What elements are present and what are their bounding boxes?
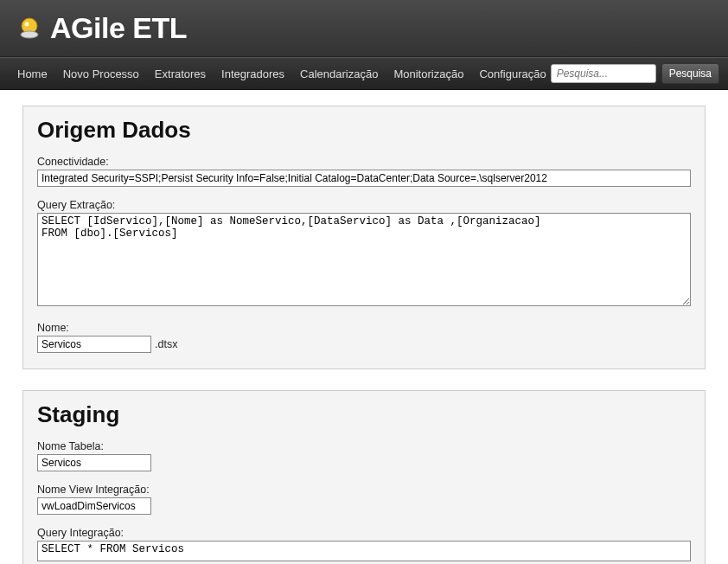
- field-nome-view: Nome View Integração:: [37, 484, 691, 515]
- label-nome-tabela: Nome Tabela:: [37, 440, 691, 452]
- label-nome-view: Nome View Integração:: [37, 484, 691, 496]
- nav-home[interactable]: Home: [17, 67, 48, 80]
- nav-extratores[interactable]: Extratores: [155, 67, 206, 80]
- field-query-extracao: Query Extração:: [37, 199, 691, 310]
- label-query-extracao: Query Extração:: [37, 199, 691, 211]
- field-nome: Nome: .dtsx: [37, 322, 691, 353]
- nav-calendarizacao[interactable]: Calendarização: [300, 67, 378, 80]
- panel-staging: Staging Nome Tabela: Nome View Integraçã…: [22, 390, 706, 564]
- nav-novo-processo[interactable]: Novo Processo: [63, 67, 139, 80]
- field-conectividade: Conectividade:: [37, 156, 691, 187]
- input-nome-view[interactable]: [37, 497, 151, 515]
- input-nome-tabela[interactable]: [37, 454, 151, 471]
- svg-point-1: [21, 31, 38, 38]
- label-nome: Nome:: [37, 322, 691, 334]
- navbar: Home Novo Processo Extratores Integrador…: [0, 57, 728, 90]
- nav-configuracao[interactable]: Configuração: [479, 67, 546, 80]
- textarea-query-extracao[interactable]: [37, 213, 691, 306]
- nav-items: Home Novo Processo Extratores Integrador…: [17, 67, 551, 80]
- input-conectividade[interactable]: [37, 170, 691, 187]
- search-input[interactable]: [551, 64, 656, 83]
- textarea-query-integracao[interactable]: [37, 541, 691, 561]
- nav-monitorizacao[interactable]: Monitorização: [393, 67, 463, 80]
- app-title: AGile ETL: [50, 11, 187, 45]
- label-conectividade: Conectividade:: [37, 156, 691, 168]
- content: Origem Dados Conectividade: Query Extraç…: [0, 90, 728, 564]
- field-query-integracao: Query Integração:: [37, 527, 691, 564]
- field-nome-tabela: Nome Tabela:: [37, 440, 691, 471]
- nav-integradores[interactable]: Integradores: [221, 67, 284, 80]
- svg-point-2: [25, 22, 29, 26]
- app-header: AGile ETL: [0, 0, 728, 57]
- panel-origem-dados: Origem Dados Conectividade: Query Extraç…: [22, 106, 706, 369]
- search-button[interactable]: Pesquisa: [661, 63, 719, 84]
- panel-title-staging: Staging: [37, 401, 691, 428]
- app-logo-icon: [17, 16, 42, 41]
- nome-suffix: .dtsx: [155, 338, 177, 350]
- panel-title-origem: Origem Dados: [37, 117, 691, 144]
- label-query-integracao: Query Integração:: [37, 527, 691, 539]
- input-nome[interactable]: [37, 336, 151, 353]
- search-wrap: Pesquisa: [551, 63, 719, 84]
